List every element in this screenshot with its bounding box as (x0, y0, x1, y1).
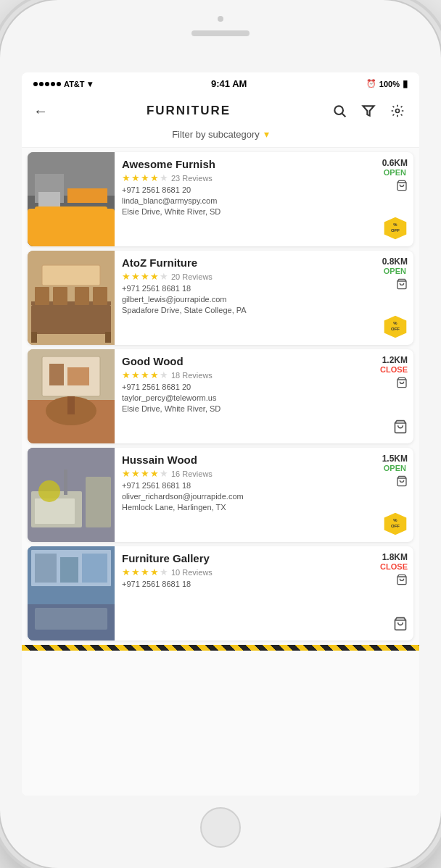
cart-small-icon (380, 377, 408, 391)
stars-row: ★★★★★ 20 Reviews (122, 271, 406, 282)
store-distance: 0.8KM OPEN (382, 256, 408, 293)
distance-km: 1.2KM (380, 355, 408, 365)
speaker (191, 30, 250, 36)
star: ★ (150, 567, 159, 577)
svg-rect-31 (49, 364, 64, 385)
svg-rect-21 (31, 305, 111, 334)
home-button[interactable] (200, 807, 241, 848)
svg-rect-17 (35, 287, 49, 305)
star: ★ (122, 271, 131, 282)
review-count: 10 Reviews (171, 568, 213, 577)
svg-point-3 (396, 109, 400, 113)
star: ★ (160, 172, 168, 183)
chevron-down-icon: ▾ (264, 128, 269, 140)
search-button[interactable] (329, 101, 350, 121)
cart-icon (393, 617, 408, 635)
status-time: 9:41 AM (211, 78, 247, 89)
distance-km: 0.6KM (382, 158, 408, 168)
phone-frame: AT&T ▾ 9:41 AM ⏰ 100% ▮ ← FURNITURE (0, 0, 441, 868)
star: ★ (150, 172, 159, 183)
store-image (28, 152, 115, 246)
settings-button[interactable] (387, 101, 408, 121)
store-list: Awesome Furnish ★★★★★ 23 Reviews +971 25… (22, 148, 419, 796)
distance-km: 1.5KM (382, 454, 408, 464)
store-name: Awesome Furnish (122, 158, 406, 170)
store-phone: +971 2561 8681 20 (122, 383, 406, 391)
stars-row: ★★★★★ 16 Reviews (122, 468, 406, 479)
store-distance: 0.6KM OPEN (382, 158, 408, 194)
store-phone: +971 2561 8681 18 (122, 481, 406, 490)
stars: ★★★★★ (122, 172, 168, 183)
stars: ★★★★★ (122, 370, 168, 380)
svg-text:%: % (393, 518, 397, 522)
cart-small-icon (380, 574, 408, 588)
stars: ★★★★★ (122, 567, 168, 577)
cart-small-icon (382, 475, 408, 490)
store-card[interactable]: Hussain Wood ★★★★★ 16 Reviews +971 2561 … (28, 448, 413, 542)
star: ★ (141, 172, 149, 183)
signal-dots (33, 82, 61, 86)
cart-icon (393, 420, 408, 438)
store-image (28, 546, 115, 640)
signal-dot (51, 82, 55, 86)
store-card[interactable]: Awesome Furnish ★★★★★ 23 Reviews +971 25… (28, 152, 413, 246)
svg-rect-42 (35, 498, 75, 524)
store-info: Hussain Wood ★★★★★ 16 Reviews +971 2561 … (115, 448, 413, 542)
store-image (28, 448, 115, 542)
filter-row[interactable]: Filter by subcategory ▾ (33, 124, 408, 144)
store-name: Hussain Wood (122, 454, 406, 466)
star: ★ (141, 370, 149, 380)
stars: ★★★★★ (122, 468, 168, 479)
store-address: Elsie Drive, White River, SD (122, 404, 406, 413)
store-name: Furniture Gallery (122, 552, 406, 564)
bottom-stripe (22, 645, 419, 651)
star: ★ (122, 468, 131, 479)
stars-row: ★★★★★ 10 Reviews (122, 567, 406, 577)
filter-button[interactable] (358, 101, 379, 121)
status-badge: CLOSE (380, 365, 408, 374)
svg-rect-24 (42, 265, 100, 285)
back-button[interactable]: ← (33, 103, 48, 120)
svg-text:OFF: OFF (391, 327, 400, 331)
svg-rect-19 (75, 287, 89, 305)
star: ★ (122, 172, 131, 183)
star: ★ (131, 172, 140, 183)
svg-rect-51 (35, 554, 57, 583)
store-address: Elsie Drive, White River, SD (122, 207, 406, 216)
star: ★ (131, 468, 140, 479)
svg-rect-8 (35, 206, 107, 232)
store-card[interactable]: Good Wood ★★★★★ 18 Reviews +971 2561 868… (28, 349, 413, 443)
star: ★ (160, 370, 168, 380)
svg-rect-11 (38, 192, 60, 206)
svg-rect-35 (67, 396, 75, 414)
svg-text:OFF: OFF (391, 524, 400, 528)
store-name: AtoZ Furniture (122, 256, 406, 269)
star: ★ (150, 271, 159, 282)
store-info: AtoZ Furniture ★★★★★ 20 Reviews +971 256… (115, 251, 413, 345)
review-count: 18 Reviews (171, 371, 213, 380)
cart-small-icon (382, 180, 408, 194)
header-row: ← FURNITURE (33, 98, 408, 124)
store-distance: 1.5KM OPEN (382, 454, 408, 490)
filter-icon (361, 104, 376, 118)
store-email: oliver_richardson@jourrapide.com (122, 492, 406, 501)
store-image (28, 251, 115, 345)
stores-container: Awesome Furnish ★★★★★ 23 Reviews +971 25… (22, 152, 419, 640)
store-card[interactable]: Furniture Gallery ★★★★★ 10 Reviews +971 … (28, 546, 413, 640)
stars-row: ★★★★★ 18 Reviews (122, 370, 406, 380)
store-info: Awesome Furnish ★★★★★ 23 Reviews +971 25… (115, 152, 413, 246)
star: ★ (160, 468, 168, 479)
store-card[interactable]: AtoZ Furniture ★★★★★ 20 Reviews +971 256… (28, 251, 413, 345)
search-icon (332, 104, 347, 118)
svg-rect-22 (31, 332, 37, 343)
store-distance: 1.8KM CLOSE (380, 552, 408, 588)
svg-marker-2 (363, 106, 374, 115)
discount-tag: % OFF (383, 314, 408, 339)
carrier-label: AT&T (64, 80, 85, 88)
store-phone: +971 2561 8681 18 (122, 580, 406, 588)
stars: ★★★★★ (122, 271, 168, 282)
svg-text:%: % (393, 222, 397, 227)
svg-rect-44 (64, 470, 67, 495)
svg-rect-52 (60, 557, 78, 583)
discount-tag: % OFF (383, 216, 408, 241)
